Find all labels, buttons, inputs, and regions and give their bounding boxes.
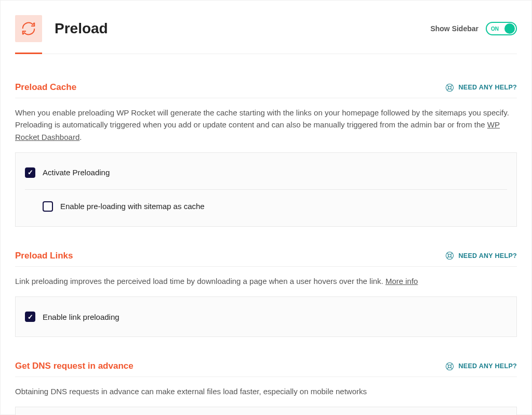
section-header: Preload Links NEED ANY HELP? — [15, 251, 517, 267]
section-preload-links: Preload Links NEED ANY HELP? Link preloa… — [15, 227, 517, 337]
section-description: Link preloading improves the perceived l… — [15, 267, 517, 296]
checkbox-checked-icon[interactable] — [25, 167, 35, 178]
help-link[interactable]: NEED ANY HELP? — [445, 251, 517, 260]
section-header: Preload Cache NEED ANY HELP? — [15, 82, 517, 98]
svg-line-5 — [451, 88, 453, 90]
svg-line-11 — [451, 257, 453, 258]
header-right: Show Sidebar ON — [430, 22, 517, 35]
help-link[interactable]: NEED ANY HELP? — [445, 362, 517, 371]
help-label: NEED ANY HELP? — [458, 84, 517, 91]
options-box: Activate Preloading Enable pre-loading w… — [15, 152, 517, 227]
page-title: Preload — [55, 20, 108, 37]
svg-line-14 — [447, 364, 449, 365]
header-left: Preload — [15, 15, 108, 42]
svg-point-1 — [448, 86, 451, 89]
help-icon — [445, 362, 454, 371]
svg-line-16 — [447, 367, 449, 369]
option-label: Activate Preloading — [43, 168, 110, 177]
preload-settings-page: Preload Show Sidebar ON Preload Cache NE… — [0, 0, 532, 415]
section-title: Preload Cache — [15, 82, 76, 93]
options-box: Enable link preloading — [15, 296, 517, 337]
page-header: Preload Show Sidebar ON — [15, 1, 517, 54]
section-description: When you enable preloading WP Rocket wil… — [15, 98, 517, 152]
section-description: Obtaining DNS requests in advance can ma… — [15, 377, 517, 407]
section-title: Preload Links — [15, 251, 73, 261]
toggle-state-label: ON — [491, 26, 499, 32]
svg-line-8 — [447, 253, 449, 255]
section-preload-cache: Preload Cache NEED ANY HELP? When you en… — [15, 54, 517, 227]
options-box: URL obtained in advance — [15, 407, 517, 415]
option-label: Enable link preloading — [43, 313, 119, 321]
svg-point-7 — [448, 254, 451, 257]
option-sitemap-preload[interactable]: Enable pre-loading with sitemap as cache — [25, 189, 507, 216]
help-icon — [445, 251, 454, 260]
show-sidebar-label: Show Sidebar — [430, 24, 478, 33]
active-tab-indicator — [15, 53, 42, 54]
section-dns-prefetch: Get DNS request in advance NEED ANY HELP… — [15, 337, 517, 415]
help-label: NEED ANY HELP? — [458, 252, 517, 260]
more-info-link[interactable]: More info — [385, 277, 418, 286]
option-label: Enable pre-loading with sitemap as cache — [60, 202, 205, 211]
show-sidebar-toggle[interactable]: ON — [486, 22, 517, 35]
option-enable-link-preloading[interactable]: Enable link preloading — [25, 307, 507, 326]
toggle-knob — [504, 23, 515, 34]
desc-text-end: . — [79, 133, 82, 141]
section-header: Get DNS request in advance NEED ANY HELP… — [15, 361, 517, 377]
svg-line-3 — [451, 85, 453, 86]
svg-line-2 — [447, 85, 449, 86]
desc-text: When you enable preloading WP Rocket wil… — [15, 108, 509, 129]
checkbox-checked-icon[interactable] — [25, 312, 35, 322]
option-activate-preloading[interactable]: Activate Preloading — [25, 163, 507, 182]
svg-line-15 — [451, 364, 453, 365]
svg-line-4 — [447, 88, 449, 90]
svg-line-17 — [451, 367, 453, 369]
help-link[interactable]: NEED ANY HELP? — [445, 83, 517, 92]
checkbox-unchecked-icon[interactable] — [43, 201, 53, 212]
section-title: Get DNS request in advance — [15, 361, 134, 371]
help-icon — [445, 83, 454, 92]
svg-line-10 — [447, 257, 449, 258]
svg-point-13 — [448, 365, 451, 368]
preload-icon — [15, 15, 42, 42]
svg-line-9 — [451, 253, 453, 255]
help-label: NEED ANY HELP? — [458, 362, 517, 370]
desc-text: Link preloading improves the perceived l… — [15, 277, 385, 286]
